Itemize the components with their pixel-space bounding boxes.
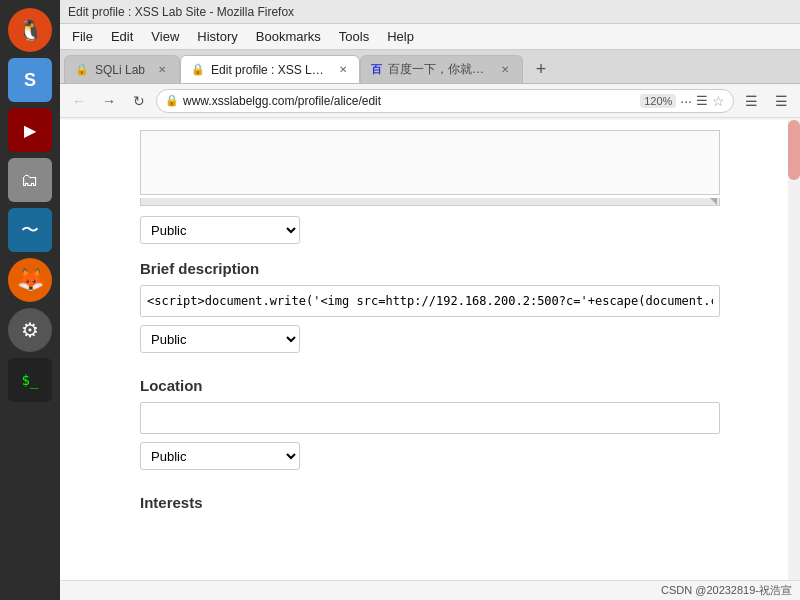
browser-title: Edit profile : XSS Lab Site - Mozilla Fi… bbox=[68, 5, 294, 19]
menu-button[interactable]: ☰ bbox=[768, 88, 794, 114]
ubuntu-icon[interactable]: 🐧 bbox=[8, 8, 52, 52]
nav-bar: ← → ↻ 🔒 www.xsslabelgg.com/profile/alice… bbox=[60, 84, 800, 118]
tab-xss-favicon: 🔒 bbox=[191, 63, 205, 76]
tab-baidu[interactable]: 百 百度一下，你就知道 ✕ bbox=[360, 55, 523, 83]
tab-xss-close[interactable]: ✕ bbox=[338, 63, 350, 77]
location-input[interactable] bbox=[140, 402, 720, 434]
tab-sqli-label: SQLi Lab bbox=[95, 63, 145, 77]
visibility-dropdown-3[interactable]: Public Friends Private bbox=[140, 442, 300, 470]
reader-icon[interactable]: ☰ bbox=[696, 93, 708, 108]
menu-file[interactable]: File bbox=[64, 27, 101, 46]
resize-handle-icon bbox=[710, 198, 717, 205]
bookmark-star-icon[interactable]: ☆ bbox=[712, 93, 725, 109]
terminal-red-icon[interactable]: ▶ bbox=[8, 108, 52, 152]
tab-baidu-label: 百度一下，你就知道 bbox=[388, 61, 488, 78]
status-text: CSDN @20232819-祝浩宣 bbox=[661, 583, 792, 598]
brief-description-input[interactable] bbox=[140, 285, 720, 317]
tab-sqli-lab[interactable]: 🔒 SQLi Lab ✕ bbox=[64, 55, 180, 83]
scrollbar-track[interactable] bbox=[788, 120, 800, 600]
status-bar: CSDN @20232819-祝浩宣 bbox=[60, 580, 800, 600]
visibility-dropdown-1[interactable]: Public Friends Private bbox=[140, 216, 300, 244]
menu-bookmarks[interactable]: Bookmarks bbox=[248, 27, 329, 46]
sublime-icon[interactable]: S bbox=[8, 58, 52, 102]
taskbar: 🐧 S ▶ 🗂 〜 🦊 ⚙ $_ bbox=[0, 0, 60, 600]
browser-window: Edit profile : XSS Lab Site - Mozilla Fi… bbox=[60, 0, 800, 600]
visibility-dropdown-2[interactable]: Public Friends Private bbox=[140, 325, 300, 353]
tab-xss-lab[interactable]: 🔒 Edit profile : XSS Lab Sit... ✕ bbox=[180, 55, 360, 83]
top-textarea[interactable] bbox=[140, 130, 720, 195]
menu-tools[interactable]: Tools bbox=[331, 27, 377, 46]
sidebar-toggle[interactable]: ☰ bbox=[738, 88, 764, 114]
form-area: Public Friends Private Brief description… bbox=[60, 120, 800, 529]
settings-icon[interactable]: ⚙ bbox=[8, 308, 52, 352]
tab-sqli-close[interactable]: ✕ bbox=[155, 63, 169, 77]
zoom-level: 120% bbox=[640, 94, 676, 108]
firefox-icon[interactable]: 🦊 bbox=[8, 258, 52, 302]
tab-bar: 🔒 SQLi Lab ✕ 🔒 Edit profile : XSS Lab Si… bbox=[60, 50, 800, 84]
lock-icon: 🔒 bbox=[165, 94, 179, 107]
forward-button[interactable]: → bbox=[96, 88, 122, 114]
tab-baidu-close[interactable]: ✕ bbox=[498, 63, 512, 77]
terminal-dark-icon[interactable]: $_ bbox=[8, 358, 52, 402]
menu-help[interactable]: Help bbox=[379, 27, 422, 46]
menu-history[interactable]: History bbox=[189, 27, 245, 46]
files-icon[interactable]: 🗂 bbox=[8, 158, 52, 202]
interests-label: Interests bbox=[140, 494, 720, 511]
textarea-resize-handle bbox=[140, 198, 720, 206]
scrollbar-thumb[interactable] bbox=[788, 120, 800, 180]
page-content: Public Friends Private Brief description… bbox=[60, 120, 800, 600]
back-button[interactable]: ← bbox=[66, 88, 92, 114]
location-label: Location bbox=[140, 377, 720, 394]
reload-button[interactable]: ↻ bbox=[126, 88, 152, 114]
new-tab-button[interactable]: + bbox=[527, 55, 555, 83]
title-bar: Edit profile : XSS Lab Site - Mozilla Fi… bbox=[60, 0, 800, 24]
menu-view[interactable]: View bbox=[143, 27, 187, 46]
wireshark-icon[interactable]: 〜 bbox=[8, 208, 52, 252]
tab-xss-label: Edit profile : XSS Lab Sit... bbox=[211, 63, 327, 77]
address-text: www.xsslabelgg.com/profile/alice/edit bbox=[183, 94, 636, 108]
brief-description-label: Brief description bbox=[140, 260, 720, 277]
more-options-icon[interactable]: ··· bbox=[680, 93, 692, 109]
tab-sqli-favicon: 🔒 bbox=[75, 63, 89, 76]
menu-bar: File Edit View History Bookmarks Tools H… bbox=[60, 24, 800, 50]
menu-edit[interactable]: Edit bbox=[103, 27, 141, 46]
tab-baidu-favicon: 百 bbox=[371, 62, 382, 77]
address-bar[interactable]: 🔒 www.xsslabelgg.com/profile/alice/edit … bbox=[156, 89, 734, 113]
